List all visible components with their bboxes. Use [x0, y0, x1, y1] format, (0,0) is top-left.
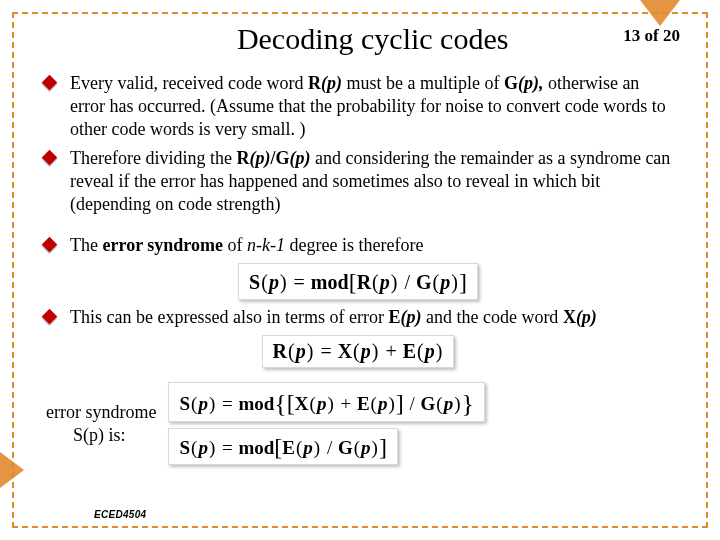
sym-p: (p)	[321, 73, 342, 93]
lbracket-icon: [	[349, 269, 357, 295]
rbrace-icon: }	[461, 389, 473, 418]
equation-2: R(p) = X(p) + E(p)	[32, 335, 684, 368]
rp: )	[450, 271, 459, 293]
sym-R: R	[308, 73, 321, 93]
G: G	[421, 393, 436, 414]
p: p	[303, 437, 313, 458]
course-code: ECED4504	[94, 509, 146, 520]
p: p	[269, 271, 279, 293]
text-emph: in terms of error	[266, 307, 388, 327]
plus: +	[335, 393, 357, 414]
R: R	[273, 340, 287, 362]
p: p	[361, 340, 371, 362]
syndrome-row: error syndrome S(p) is: S(p) = mod{[X(p)…	[32, 382, 684, 465]
p: p	[380, 271, 390, 293]
text: The	[70, 235, 102, 255]
bullet-icon	[42, 309, 58, 325]
sym-G: G	[275, 148, 289, 168]
sym-p: (p)	[249, 148, 270, 168]
p: p	[444, 393, 454, 414]
term: error syndrome	[102, 235, 222, 255]
text: and considering the remainder as a syndr…	[310, 148, 645, 168]
S: S	[249, 271, 260, 293]
text: of	[223, 235, 247, 255]
text: Every valid, received code word	[70, 73, 308, 93]
E: E	[282, 437, 295, 458]
p: p	[198, 437, 208, 458]
rbracket-icon: ]	[396, 390, 404, 416]
text: This can be expressed also	[70, 307, 266, 327]
lp: (	[432, 271, 441, 293]
bullet-2: Therefore dividing the R(p)/G(p) and con…	[42, 147, 678, 216]
S: S	[179, 437, 190, 458]
sym-X: X	[563, 307, 576, 327]
header-row: Decoding cyclic codes 13 of 20	[32, 22, 684, 56]
bullet-icon	[42, 237, 58, 253]
degree: n-k-1	[247, 235, 285, 255]
S: S	[179, 393, 190, 414]
slide-content: Decoding cyclic codes 13 of 20 Every val…	[22, 18, 698, 522]
bullet-icon	[42, 75, 58, 91]
sym-G: G	[504, 73, 518, 93]
equation-box: R(p) = X(p) + E(p)	[262, 335, 455, 368]
G: G	[416, 271, 432, 293]
slash: /	[321, 437, 338, 458]
equation-3b: S(p) = mod[E(p) / G(p)]	[168, 428, 397, 465]
bullet-list-2: This can be expressed also in terms of e…	[32, 306, 684, 329]
bullet-list: Every valid, received code word R(p) mus…	[32, 72, 684, 257]
X: X	[295, 393, 309, 414]
E: E	[357, 393, 370, 414]
bullet-4: This can be expressed also in terms of e…	[42, 306, 678, 329]
sym-p: (p),	[518, 73, 544, 93]
lbracket-icon: [	[287, 390, 295, 416]
bullet-3: The error syndrome of n-k-1 degree is th…	[42, 234, 678, 257]
plus: +	[379, 340, 402, 362]
mod: mod	[238, 437, 274, 458]
rbracket-icon: ]	[459, 269, 467, 295]
p: p	[198, 393, 208, 414]
slide-title: Decoding cyclic codes	[32, 22, 623, 56]
equation-3a: S(p) = mod{[X(p) + E(p)] / G(p)}	[168, 382, 485, 422]
eq: =	[314, 340, 337, 362]
equation-1: S(p) = mod[R(p) / G(p)]	[32, 263, 684, 300]
sym-p: (p)	[400, 307, 421, 327]
X: X	[338, 340, 352, 362]
lp: (	[371, 271, 380, 293]
lp: (	[260, 271, 269, 293]
E: E	[403, 340, 416, 362]
p: p	[361, 437, 371, 458]
p: p	[296, 340, 306, 362]
page-indicator: 13 of 20	[623, 22, 684, 46]
mod: mod	[311, 271, 349, 293]
text: degree is therefore	[285, 235, 423, 255]
p: p	[378, 393, 388, 414]
p: p	[425, 340, 435, 362]
p: p	[440, 271, 450, 293]
slash: /	[404, 393, 421, 414]
eq: =	[288, 271, 311, 293]
sym-p: (p)	[576, 307, 597, 327]
slash: /	[398, 271, 416, 293]
text: must be a multiple of	[342, 73, 504, 93]
rbracket-icon: ]	[379, 434, 387, 460]
eq: =	[216, 437, 238, 458]
text: and the code word	[421, 307, 562, 327]
bullet-1: Every valid, received code word R(p) mus…	[42, 72, 678, 141]
sym-E: E	[388, 307, 400, 327]
eq: =	[216, 393, 238, 414]
sym-p: (p)	[289, 148, 310, 168]
lbracket-icon: [	[274, 434, 282, 460]
bullet-icon	[42, 150, 58, 166]
syndrome-label: error syndrome S(p) is:	[32, 401, 168, 446]
equation-stack: S(p) = mod{[X(p) + E(p)] / G(p)} S(p) = …	[168, 382, 485, 465]
left-decoration	[0, 452, 24, 488]
sym-R: R	[236, 148, 249, 168]
p: p	[317, 393, 327, 414]
rp: )	[279, 271, 288, 293]
equation-box: S(p) = mod[R(p) / G(p)]	[238, 263, 478, 300]
text: Therefore dividing the	[70, 148, 236, 168]
lbrace-icon: {	[274, 389, 286, 418]
R: R	[357, 271, 371, 293]
mod: mod	[238, 393, 274, 414]
G: G	[338, 437, 353, 458]
